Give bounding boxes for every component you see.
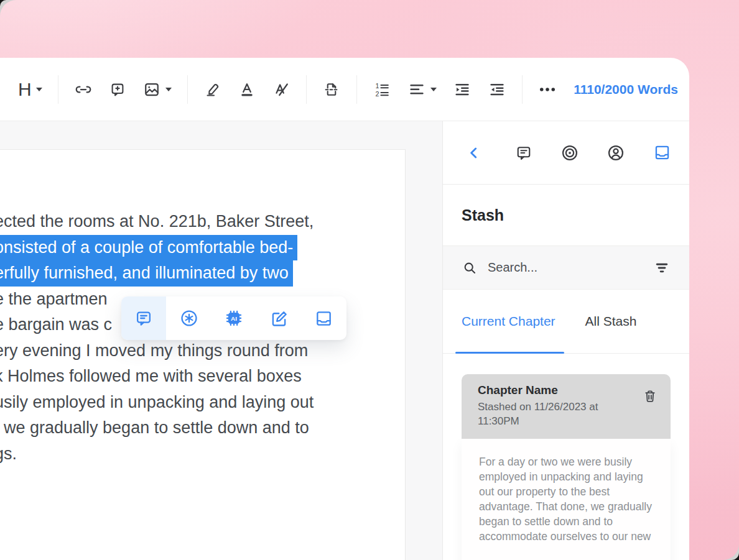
popup-edit-button[interactable]	[256, 296, 301, 340]
stash-card[interactable]: Chapter Name Stashed on 11/26/2023 at 11…	[462, 374, 671, 560]
doc-line: ected the rooms at No. 221b, Baker Stree…	[0, 209, 405, 235]
doc-line: k Holmes followed me with several boxes	[0, 364, 405, 390]
screenshot-root: H	[0, 0, 739, 560]
back-chevron-icon	[466, 145, 482, 161]
toolbar-divider	[306, 75, 307, 104]
clear-formatting-icon	[272, 80, 290, 99]
focus-panel-button[interactable]	[560, 143, 580, 163]
characters-panel-button[interactable]	[606, 143, 626, 163]
doc-line-selected: erfully furnished, and illuminated by tw…	[0, 260, 293, 287]
insert-image-dropdown-button[interactable]	[140, 78, 174, 101]
collapse-sidebar-button[interactable]	[460, 139, 488, 167]
doc-line-selected: onsisted of a couple of comfortable bed-	[0, 235, 297, 261]
chevron-down-icon	[165, 88, 172, 91]
popup-stash-button[interactable]	[302, 296, 346, 340]
text-color-icon	[238, 81, 256, 98]
doc-line: gs.	[0, 441, 405, 467]
sidebar-nav	[443, 121, 689, 185]
search-input[interactable]	[488, 260, 653, 275]
document-page[interactable]: ected the rooms at No. 221b, Baker Stree…	[0, 149, 406, 560]
search-bar	[443, 246, 689, 290]
toolbar-divider	[58, 75, 58, 104]
alignment-dropdown-button[interactable]	[405, 78, 439, 101]
editor-canvas[interactable]: ected the rooms at No. 221b, Baker Stree…	[0, 121, 443, 560]
link-button[interactable]	[72, 78, 95, 101]
page-break-button[interactable]	[320, 78, 343, 101]
stash-tabs: Current Chapter All Stash	[443, 290, 689, 354]
more-options-button[interactable]	[536, 78, 559, 101]
outdent-button[interactable]	[485, 78, 509, 101]
stash-card-header: Chapter Name Stashed on 11/26/2023 at 11…	[462, 374, 671, 439]
ordered-list-button[interactable]: 1 2	[370, 78, 394, 101]
stash-sidebar: Stash Current Chapter All Stash	[443, 121, 689, 560]
stash-panel-button[interactable]	[653, 143, 672, 162]
stash-icon	[314, 308, 334, 329]
clear-formatting-button[interactable]	[269, 78, 293, 101]
highlighter-icon	[203, 80, 222, 99]
toolbar-divider	[187, 75, 188, 104]
chevron-down-icon	[36, 88, 42, 91]
link-icon	[74, 80, 93, 99]
svg-text:2: 2	[376, 90, 379, 97]
comment-add-icon	[109, 81, 126, 98]
chevron-down-icon	[430, 88, 437, 91]
indent-button[interactable]	[450, 78, 474, 101]
asterisk-circle-icon	[179, 308, 200, 329]
ai-chip-icon: AI	[223, 308, 244, 329]
popup-comment-button[interactable]	[121, 296, 166, 340]
character-profile-icon	[606, 143, 626, 163]
stash-icon	[653, 143, 672, 162]
tab-current-chapter[interactable]: Current Chapter	[462, 290, 555, 353]
popup-asterisk-button[interactable]	[166, 296, 211, 340]
toolbar-divider	[356, 75, 357, 104]
ordered-list-icon: 1 2	[373, 80, 391, 99]
sidebar-title-row: Stash	[443, 185, 689, 246]
comments-icon	[514, 144, 533, 162]
word-count-button[interactable]: 1110/2000 Words	[574, 82, 678, 97]
doc-line: ery evening I moved my things round from	[0, 338, 405, 364]
panel-title: Stash	[462, 206, 504, 224]
app-window: H	[0, 58, 689, 560]
stash-card-excerpt: For a day or two we were busily employed…	[462, 439, 671, 560]
selection-popup-toolbar: AI	[121, 296, 346, 340]
stash-card-meta: Stashed on 11/26/2023 at 11:30PM	[478, 400, 611, 428]
ellipsis-icon	[538, 80, 557, 99]
search-icon	[462, 260, 478, 276]
image-icon	[142, 80, 161, 99]
outdent-icon	[488, 80, 506, 99]
popup-ai-button[interactable]: AI	[211, 296, 256, 340]
edit-icon	[269, 308, 289, 329]
delete-stash-button[interactable]	[642, 388, 658, 406]
svg-text:1: 1	[376, 82, 379, 90]
comments-panel-button[interactable]	[514, 144, 533, 162]
trash-icon	[642, 388, 658, 404]
filter-button[interactable]	[653, 259, 671, 277]
focus-target-icon	[560, 143, 580, 163]
align-icon	[407, 80, 426, 99]
text-color-button[interactable]	[236, 78, 258, 101]
tab-all-stash[interactable]: All Stash	[585, 290, 637, 353]
editor-toolbar: H	[0, 58, 689, 121]
toolbar-divider	[522, 75, 523, 104]
indent-icon	[453, 80, 472, 99]
page-break-icon	[322, 80, 341, 99]
doc-line: , we gradually began to settle down and …	[0, 415, 405, 441]
filter-icon	[653, 259, 671, 277]
stash-card-title: Chapter Name	[478, 383, 656, 397]
comment-icon	[134, 308, 154, 328]
add-comment-button[interactable]	[106, 78, 129, 101]
svg-text:AI: AI	[231, 315, 237, 322]
heading-dropdown-button[interactable]: H	[16, 76, 45, 103]
heading-label: H	[18, 79, 32, 100]
highlight-button[interactable]	[201, 78, 225, 101]
app-body: ected the rooms at No. 221b, Baker Stree…	[0, 121, 689, 560]
doc-line: usily employed in unpacking and laying o…	[0, 390, 405, 416]
